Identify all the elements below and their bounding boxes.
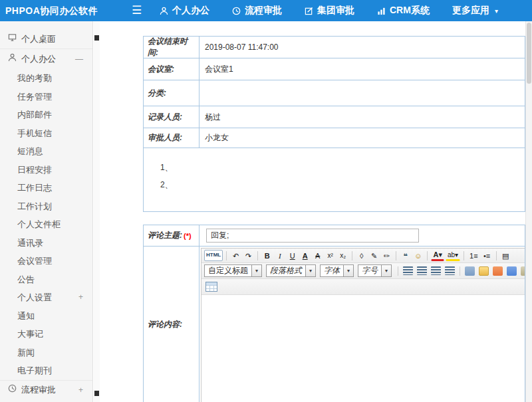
sidebar-item-short-message[interactable]: 短消息 bbox=[0, 142, 92, 161]
blockquote-icon[interactable]: ❝ bbox=[400, 250, 411, 261]
rich-text-editor: HTML ↶ ↷ B I U A A x² x₂ bbox=[201, 248, 525, 402]
sidebar-item-my-attendance[interactable]: 我的考勤 bbox=[0, 69, 92, 88]
expand-icon[interactable]: + bbox=[78, 288, 83, 307]
unordered-list-icon[interactable]: •≡ bbox=[481, 250, 493, 261]
app-window: PHPOA协同办公软件 ☰ 个人办公 流程审批 集团审批 bbox=[0, 0, 532, 402]
hamburger-menu-icon[interactable]: ☰ bbox=[132, 0, 142, 21]
nav-personal-office[interactable]: 个人办公 bbox=[160, 5, 209, 17]
toolbar-separator bbox=[460, 266, 460, 276]
strikethrough-icon[interactable]: A bbox=[312, 250, 323, 261]
desktop-icon bbox=[8, 29, 17, 49]
field-value: 杨过 bbox=[200, 106, 525, 128]
sidebar-item-mobile-sms[interactable]: 手机短信 bbox=[0, 124, 92, 143]
top-navigation: 个人办公 流程审批 集团审批 CRM系统 更多应用 bbox=[160, 0, 498, 21]
nav-workflow-approval[interactable]: 流程审批 bbox=[232, 5, 282, 17]
sidebar-item-personal-files[interactable]: 个人文件柜 bbox=[0, 215, 92, 234]
chevron-down-icon: ▾ bbox=[343, 265, 353, 276]
insert-table-icon[interactable] bbox=[205, 282, 217, 292]
font-color-icon[interactable]: A▾ bbox=[431, 250, 444, 261]
highlight-color-icon[interactable]: ab▾ bbox=[446, 250, 460, 261]
sidebar-item-label: 短消息 bbox=[17, 146, 43, 156]
sidebar-scrollbar[interactable] bbox=[94, 21, 100, 402]
sidebar-item-label: 大事记 bbox=[17, 329, 43, 339]
sidebar-item-contacts[interactable]: 通讯录 bbox=[0, 234, 92, 252]
field-label: 审批人员: bbox=[144, 128, 200, 148]
pencil-icon[interactable]: ✎ bbox=[368, 250, 380, 261]
toolbar-separator bbox=[464, 251, 464, 260]
sidebar-item-personal-office[interactable]: 个人办公 — bbox=[0, 49, 92, 69]
font-size-select[interactable]: 字号 ▾ bbox=[358, 264, 392, 277]
scroll-up-mark[interactable] bbox=[94, 35, 99, 41]
sidebar-item-notice[interactable]: 通知 bbox=[0, 307, 92, 326]
emoticons-icon[interactable]: ☺ bbox=[412, 250, 424, 261]
scrollbar-thumb[interactable] bbox=[527, 23, 531, 84]
sidebar-item-e-journal[interactable]: 电子期刊 bbox=[0, 361, 92, 380]
table-row: 记录人员: 杨过 bbox=[144, 106, 525, 128]
flash-icon[interactable] bbox=[493, 266, 503, 276]
field-value bbox=[200, 225, 525, 246]
bold-icon[interactable]: B bbox=[261, 250, 273, 261]
link-icon[interactable] bbox=[465, 266, 475, 276]
attachment-icon[interactable] bbox=[521, 266, 525, 276]
media-icon[interactable] bbox=[507, 266, 517, 276]
redo-icon[interactable]: ↷ bbox=[243, 250, 254, 261]
sidebar-item-task-management[interactable]: 任务管理 bbox=[0, 88, 92, 106]
paragraph-format-select[interactable]: 段落格式 ▾ bbox=[266, 264, 316, 277]
toolbar-separator bbox=[396, 251, 396, 260]
custom-heading-select[interactable]: 自定义标题 ▾ bbox=[204, 264, 262, 277]
sidebar-item-personal-desktop[interactable]: 个人桌面 bbox=[0, 29, 92, 49]
ordered-list-icon[interactable]: 1≡ bbox=[467, 250, 480, 261]
toolbar-separator bbox=[226, 251, 227, 260]
subscript-icon[interactable]: x₂ bbox=[337, 250, 348, 261]
field-label: 会议结束时间: bbox=[144, 37, 200, 58]
underline-icon[interactable]: U bbox=[287, 250, 298, 261]
editor-content-area[interactable] bbox=[201, 295, 525, 402]
sidebar-item-label: 通知 bbox=[17, 311, 35, 321]
clock-icon bbox=[232, 7, 241, 15]
page-scrollbar[interactable] bbox=[525, 21, 532, 402]
align-justify-icon[interactable] bbox=[445, 266, 455, 275]
field-label: 会议室: bbox=[144, 58, 200, 80]
select-value: 段落格式 bbox=[267, 265, 305, 276]
sidebar-item-label: 我的考勤 bbox=[17, 73, 52, 83]
format-painter-icon[interactable]: ✏ bbox=[381, 250, 392, 261]
nav-label: CRM系统 bbox=[390, 5, 430, 17]
nav-more-apps[interactable]: 更多应用 ▾ bbox=[452, 5, 498, 17]
sidebar-item-internal-mail[interactable]: 内部邮件 bbox=[0, 106, 92, 124]
align-left-icon[interactable] bbox=[403, 266, 413, 275]
sidebar-item-work-plan[interactable]: 工作计划 bbox=[0, 197, 92, 216]
nav-label: 个人办公 bbox=[172, 5, 209, 17]
expand-icon[interactable]: + bbox=[78, 381, 83, 400]
sidebar-item-schedule[interactable]: 日程安排 bbox=[0, 161, 92, 179]
italic-icon[interactable]: I bbox=[274, 250, 285, 261]
collapse-icon[interactable]: — bbox=[75, 49, 83, 69]
nav-crm-system[interactable]: CRM系统 bbox=[377, 5, 430, 17]
font-name-icon[interactable]: A bbox=[299, 250, 311, 261]
template-icon[interactable]: ▤ bbox=[500, 250, 511, 261]
top-bar: PHPOA协同办公软件 ☰ 个人办公 流程审批 集团审批 bbox=[0, 0, 532, 21]
align-right-icon[interactable] bbox=[431, 266, 441, 275]
chevron-down-icon: ▾ bbox=[251, 265, 261, 276]
sidebar-item-personal-settings[interactable]: 个人设置 + bbox=[0, 288, 92, 307]
font-family-select[interactable]: 字体 ▾ bbox=[320, 264, 354, 277]
sidebar-item-announcement[interactable]: 公告 bbox=[0, 270, 92, 289]
scroll-down-mark[interactable] bbox=[94, 391, 99, 396]
required-mark: (*) bbox=[184, 232, 192, 240]
sidebar-item-workflow-approval[interactable]: 流程审批 + bbox=[0, 380, 92, 400]
toolbar-separator bbox=[352, 251, 352, 260]
sidebar-item-label: 新闻 bbox=[17, 348, 35, 357]
field-value: 2019-08-07 11:47:00 bbox=[200, 37, 525, 58]
remove-format-icon[interactable]: ◊ bbox=[356, 250, 367, 261]
html-source-icon[interactable]: HTML bbox=[204, 250, 223, 261]
superscript-icon[interactable]: x² bbox=[325, 250, 336, 261]
sidebar-item-meeting-management[interactable]: 会议管理 bbox=[0, 252, 92, 270]
image-icon[interactable] bbox=[479, 266, 489, 276]
sidebar-item-news[interactable]: 新闻 bbox=[0, 344, 92, 362]
nav-group-approval[interactable]: 集团审批 bbox=[305, 5, 354, 17]
sidebar-item-major-events[interactable]: 大事记 bbox=[0, 325, 92, 344]
sidebar-item-label: 会议管理 bbox=[17, 256, 52, 266]
comment-subject-input[interactable] bbox=[206, 229, 419, 243]
align-center-icon[interactable] bbox=[417, 266, 427, 275]
sidebar-item-work-log[interactable]: 工作日志 bbox=[0, 179, 92, 197]
undo-icon[interactable]: ↶ bbox=[230, 250, 241, 261]
